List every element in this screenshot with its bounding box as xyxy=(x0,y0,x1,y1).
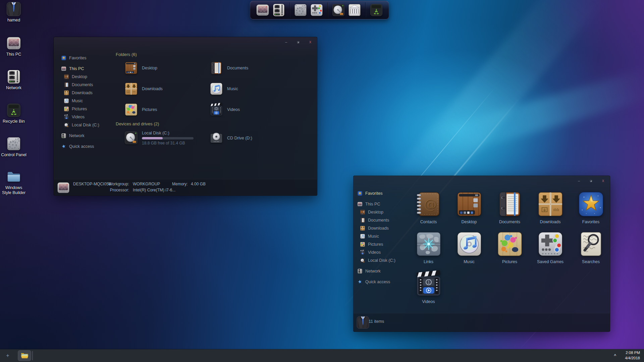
dock-item-hard-drive[interactable] xyxy=(331,3,345,17)
file-item-links[interactable]: Links xyxy=(408,230,449,270)
tile-downloads[interactable]: Downloads xyxy=(116,82,201,96)
tile-label: Downloads xyxy=(142,86,163,91)
desktop-icon-label: Windows Style Builder xyxy=(0,185,27,195)
desktop-icon-this-pc[interactable]: This PC xyxy=(0,36,27,57)
tile-local-disk-c[interactable]: Local Disk (C:) 18.8 GB free of 31.4 GB xyxy=(116,130,201,145)
drive-usage-bar xyxy=(142,137,194,139)
sidebar-item-videos[interactable]: Videos xyxy=(54,113,113,121)
sidebar-item-quick-access[interactable]: Quick access xyxy=(354,278,406,286)
sidebar-item-music[interactable]: Music xyxy=(354,232,406,240)
hard-drive-icon xyxy=(360,258,365,263)
music-cd-icon xyxy=(64,98,69,104)
restore-button[interactable] xyxy=(296,40,300,44)
memory-value: 4.00 GB xyxy=(191,182,206,186)
music-cd-icon xyxy=(455,230,483,258)
file-item-favorites[interactable]: Favorites xyxy=(571,190,611,230)
sidebar-item-desktop[interactable]: Desktop xyxy=(54,73,113,81)
sidebar-item-quick-access[interactable]: Quick access xyxy=(54,142,113,150)
sidebar-item-this-pc[interactable]: This PC xyxy=(354,200,406,208)
sidebar-item-label: Videos xyxy=(368,250,381,255)
dock-item-libraries[interactable] xyxy=(347,3,362,17)
network-switch-icon xyxy=(272,3,286,17)
music-cd-icon xyxy=(360,234,365,239)
desktop-icon-network[interactable]: Network xyxy=(0,69,27,90)
tile-music[interactable]: Music xyxy=(201,82,286,96)
retro-tv-icon xyxy=(256,3,270,17)
dock-item-this-pc[interactable] xyxy=(256,3,270,17)
desktop-icon-control-panel[interactable]: Control Panel xyxy=(0,136,27,158)
retro-tv-icon xyxy=(61,66,66,71)
file-item-documents[interactable]: Documents xyxy=(489,190,530,230)
file-item-label: Videos xyxy=(408,299,449,304)
sidebar-item-network[interactable]: Network xyxy=(354,267,406,275)
tray-expand-chevron-icon[interactable]: ^ xyxy=(614,353,616,358)
tile-pictures[interactable]: Pictures xyxy=(116,103,201,117)
file-item-label: Documents xyxy=(489,220,530,224)
restore-button[interactable] xyxy=(589,179,593,183)
drive-label: CD Drive (D:) xyxy=(227,136,252,140)
file-item-searches[interactable]: Searches xyxy=(571,230,611,270)
sidebar-item-this-pc[interactable]: This PC xyxy=(54,65,113,73)
taskbar-clock[interactable]: 2:08 PM 4/4/2018 xyxy=(625,350,640,361)
minimize-button[interactable]: – xyxy=(284,40,288,44)
retro-tv-icon xyxy=(6,36,21,51)
tile-documents[interactable]: Documents xyxy=(201,61,286,75)
documents-notebook-icon xyxy=(360,218,365,223)
pictures-paint-icon xyxy=(496,230,524,258)
user-suit-icon xyxy=(356,316,370,329)
desktop-icon-hamed[interactable]: hamed xyxy=(0,1,27,23)
dock-item-network[interactable] xyxy=(272,3,286,17)
sidebar-item-downloads[interactable]: Downloads xyxy=(354,224,406,232)
sidebar-item-label: Network xyxy=(365,269,381,274)
minimize-button[interactable]: – xyxy=(577,179,581,183)
file-item-label: Downloads xyxy=(530,220,571,224)
desktop-wood-icon xyxy=(124,61,138,75)
file-item-contacts[interactable]: Contacts xyxy=(408,190,449,230)
sidebar-item-label: This PC xyxy=(365,202,380,206)
sidebar-item-network[interactable]: Network xyxy=(54,132,113,140)
sidebar-item-desktop[interactable]: Desktop xyxy=(354,208,406,216)
tile-videos[interactable]: Videos xyxy=(201,103,286,117)
dock-item-control-panel[interactable] xyxy=(293,3,308,17)
file-list-pane: Contacts Desktop Documents Downloads Fav… xyxy=(406,186,613,313)
file-item-desktop[interactable]: Desktop xyxy=(449,190,489,230)
file-item-label: Saved Games xyxy=(530,259,571,264)
taskbar-file-explorer-button[interactable] xyxy=(18,350,31,361)
file-item-music[interactable]: Music xyxy=(449,230,489,270)
new-window-button[interactable]: + xyxy=(3,353,13,359)
dock-item-recycle-bin[interactable] xyxy=(369,3,383,17)
desktop-icon-windows-style-builder[interactable]: Windows Style Builder xyxy=(0,169,27,195)
sidebar-item-videos[interactable]: Videos xyxy=(354,248,406,256)
file-item-saved-games[interactable]: Saved Games xyxy=(530,230,571,270)
file-list-pane: Folders (6) Desktop Documents Downloads … xyxy=(113,47,317,179)
file-item-label: Desktop xyxy=(449,220,489,224)
network-switch-icon xyxy=(357,268,363,274)
file-item-pictures[interactable]: Pictures xyxy=(489,230,530,270)
close-button[interactable]: x xyxy=(601,179,605,183)
tile-label: Videos xyxy=(227,107,240,112)
sidebar-item-local-disk[interactable]: Local Disk (C:) xyxy=(354,256,406,264)
titlebar[interactable]: – x xyxy=(54,37,317,47)
sidebar-item-pictures[interactable]: Pictures xyxy=(354,240,406,248)
sidebar-item-documents[interactable]: Documents xyxy=(354,216,406,224)
close-button[interactable]: x xyxy=(308,40,312,44)
file-item-downloads[interactable]: Downloads xyxy=(530,190,571,230)
sidebar-item-favorites[interactable]: Favorites xyxy=(354,189,406,197)
control-panel-gears-icon xyxy=(293,3,308,17)
desktop-icon-recycle-bin[interactable]: Recycle Bin xyxy=(0,103,27,124)
tile-cd-drive-d[interactable]: CD Drive (D:) xyxy=(201,130,286,145)
network-switch-icon xyxy=(6,69,21,84)
sidebar-item-local-disk[interactable]: Local Disk (C:) xyxy=(54,121,113,129)
documents-notebook-icon xyxy=(209,61,223,75)
sidebar-item-downloads[interactable]: Downloads xyxy=(54,89,113,97)
titlebar[interactable]: – x xyxy=(354,176,610,186)
sidebar-item-pictures[interactable]: Pictures xyxy=(54,105,113,113)
sidebar-item-documents[interactable]: Documents xyxy=(54,81,113,89)
sidebar-item-label: This PC xyxy=(69,66,84,71)
sidebar-item-music[interactable]: Music xyxy=(54,97,113,105)
file-item-videos[interactable]: Videos xyxy=(408,270,449,310)
dock-item-games[interactable] xyxy=(310,3,324,17)
tile-desktop[interactable]: Desktop xyxy=(116,61,201,75)
sidebar-item-favorites[interactable]: Favorites xyxy=(54,54,113,62)
clock-time: 2:08 PM xyxy=(625,350,640,356)
